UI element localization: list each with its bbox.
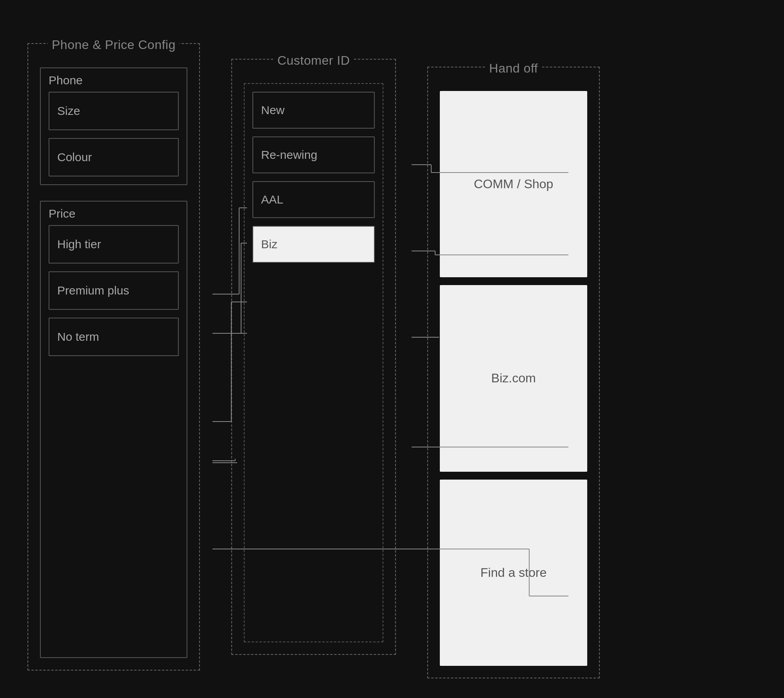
phone-price-panel: Phone & Price Config Phone Size Colour P… xyxy=(27,43,200,671)
renewing-label: Re-newing xyxy=(261,148,317,162)
biz-item: Biz xyxy=(252,226,375,263)
high-tier-box: High tier xyxy=(49,225,179,264)
aal-item: AAL xyxy=(252,181,375,218)
price-box: Price High tier Premium plus No term xyxy=(40,201,187,658)
phone-box: Phone Size Colour xyxy=(40,67,187,185)
size-box: Size xyxy=(49,92,179,130)
biz-com-item: Biz.com xyxy=(440,285,587,471)
premium-plus-label: Premium plus xyxy=(57,284,129,297)
colour-box: Colour xyxy=(49,138,179,176)
find-store-label: Find a store xyxy=(481,565,547,580)
handoff-inner: COMM / Shop Biz.com Find a store xyxy=(440,91,587,666)
phone-box-title: Phone xyxy=(49,74,83,87)
biz-label: Biz xyxy=(261,238,278,251)
aal-label: AAL xyxy=(261,193,283,206)
biz-com-label: Biz.com xyxy=(491,371,536,385)
new-label: New xyxy=(261,104,285,117)
phone-price-title: Phone & Price Config xyxy=(48,38,180,52)
high-tier-label: High tier xyxy=(57,238,101,251)
find-store-item: Find a store xyxy=(440,480,587,666)
comm-shop-item: COMM / Shop xyxy=(440,91,587,277)
customer-id-panel: Customer ID New Re-newing AAL Biz xyxy=(231,59,396,655)
no-term-box: No term xyxy=(49,318,179,356)
size-label: Size xyxy=(57,104,80,118)
renewing-item: Re-newing xyxy=(252,136,375,173)
comm-shop-label: COMM / Shop xyxy=(474,177,554,191)
customer-inner-panel: New Re-newing AAL Biz xyxy=(244,83,383,642)
customer-id-title: Customer ID xyxy=(273,53,354,68)
diagram-inner: Phone & Price Config Phone Size Colour P… xyxy=(27,27,757,678)
handoff-panel: Hand off COMM / Shop Biz.com Find a stor… xyxy=(427,67,600,678)
no-term-label: No term xyxy=(57,330,99,344)
premium-plus-box: Premium plus xyxy=(49,271,179,310)
new-item: New xyxy=(252,92,375,129)
colour-label: Colour xyxy=(57,151,92,164)
price-box-title: Price xyxy=(49,207,75,220)
canvas: Phone & Price Config Phone Size Colour P… xyxy=(0,0,784,698)
handoff-title: Hand off xyxy=(485,61,542,76)
diagram: Phone & Price Config Phone Size Colour P… xyxy=(27,27,757,678)
